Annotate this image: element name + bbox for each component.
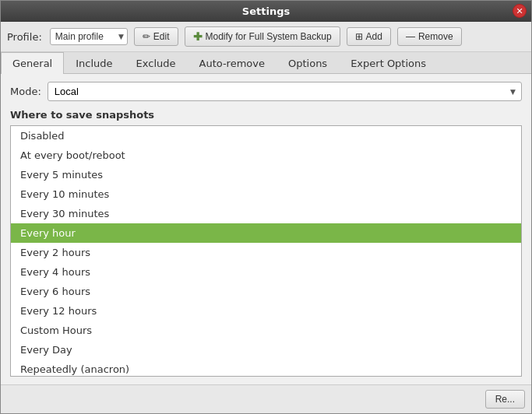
mode-select-wrapper: Local	[48, 82, 522, 101]
close-button[interactable]: ✕	[513, 4, 527, 18]
edit-button[interactable]: ✏ Edit	[134, 27, 178, 46]
schedule-item[interactable]: Custom Hours	[11, 321, 521, 340]
remove-button[interactable]: — Remove	[397, 27, 462, 46]
add-icon: ⊞	[355, 31, 363, 42]
mode-select[interactable]: Local	[48, 82, 522, 101]
window-title: Settings	[242, 5, 290, 17]
schedule-item[interactable]: Every 4 hours	[11, 262, 521, 282]
tab-include[interactable]: Include	[64, 52, 124, 74]
remove-label: Remove	[418, 31, 453, 42]
tab-options[interactable]: Options	[277, 52, 339, 74]
profile-select[interactable]: Main profile	[50, 28, 128, 45]
tab-auto-remove[interactable]: Auto-remove	[188, 52, 277, 74]
schedule-item[interactable]: Every Day	[11, 340, 521, 360]
modify-label: Modify for Full System Backup	[206, 31, 332, 42]
schedule-item[interactable]: Every hour	[11, 223, 521, 243]
schedule-list[interactable]: DisabledAt every boot/rebootEvery 5 minu…	[10, 125, 522, 377]
tab-bar: General Include Exclude Auto-remove Opti…	[1, 52, 531, 74]
bottom-bar: Re...	[1, 384, 531, 413]
schedule-item[interactable]: Every 30 minutes	[11, 204, 521, 223]
schedule-item[interactable]: Every 5 minutes	[11, 165, 521, 184]
edit-icon: ✏	[143, 31, 150, 42]
schedule-item[interactable]: At every boot/reboot	[11, 146, 521, 165]
tab-general[interactable]: General	[1, 52, 64, 74]
schedule-item[interactable]: Every 10 minutes	[11, 184, 521, 204]
remove-icon: —	[406, 31, 415, 42]
schedule-item[interactable]: Every 12 hours	[11, 301, 521, 321]
main-content: Mode: Local Where to save snapshots Disa…	[1, 74, 531, 384]
restore-button[interactable]: Re...	[485, 390, 525, 409]
add-label: Add	[366, 31, 382, 42]
schedule-item[interactable]: Disabled	[11, 126, 521, 146]
add-button[interactable]: ⊞ Add	[347, 27, 391, 46]
titlebar: Settings ✕	[1, 1, 531, 22]
modify-button[interactable]: ✚ Modify for Full System Backup	[185, 26, 340, 47]
edit-label: Edit	[153, 31, 170, 42]
profile-label: Profile:	[7, 31, 42, 43]
mode-row: Mode: Local	[10, 82, 522, 101]
settings-window: Settings ✕ Profile: Main profile ✏ Edit …	[0, 0, 532, 414]
schedule-item[interactable]: Every 6 hours	[11, 282, 521, 301]
plus-icon: ✚	[193, 30, 203, 43]
tab-expert-options[interactable]: Expert Options	[339, 52, 438, 74]
toolbar: Profile: Main profile ✏ Edit ✚ Modify fo…	[1, 22, 531, 52]
tab-exclude[interactable]: Exclude	[125, 52, 188, 74]
profile-wrapper: Main profile	[50, 28, 128, 45]
schedule-dropdown-container: DisabledAt every boot/rebootEvery 5 minu…	[10, 125, 522, 377]
schedule-item[interactable]: Repeatedly (anacron)	[11, 360, 521, 377]
mode-label: Mode:	[10, 86, 41, 97]
where-title: Where to save snapshots	[10, 109, 522, 121]
schedule-item[interactable]: Every 2 hours	[11, 243, 521, 262]
